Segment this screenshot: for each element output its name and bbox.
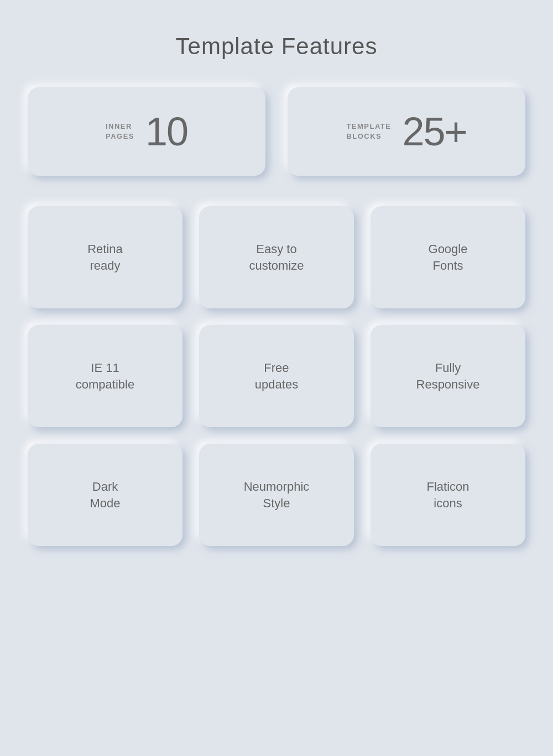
page-wrapper: Template Features INNER PAGES 10 TEMPLAT…	[28, 33, 525, 546]
stat-label-template-blocks: TEMPLATE BLOCKS	[346, 122, 391, 141]
feature-card-free-updates: Freeupdates	[199, 325, 354, 427]
feature-card-dark-mode: DarkMode	[28, 444, 182, 546]
stat-card-template-blocks: TEMPLATE BLOCKS 25+	[288, 87, 525, 176]
feature-card-fully-responsive: FullyResponsive	[371, 325, 525, 427]
feature-label-flaticon-icons: Flaticonicons	[426, 479, 469, 511]
stats-row: INNER PAGES 10 TEMPLATE BLOCKS 25+	[28, 87, 525, 176]
feature-label-free-updates: Freeupdates	[255, 360, 298, 392]
feature-label-fully-responsive: FullyResponsive	[416, 360, 480, 392]
feature-label-google-fonts: GoogleFonts	[429, 241, 468, 274]
feature-card-neumorphic-style: NeumorphicStyle	[199, 444, 354, 546]
stat-label-inner-pages: INNER PAGES	[106, 122, 134, 141]
stat-value-template-blocks: 25+	[402, 112, 466, 151]
feature-label-ie11-compatible: IE 11compatible	[76, 360, 134, 392]
feature-label-easy-to-customize: Easy tocustomize	[249, 241, 304, 274]
feature-label-dark-mode: DarkMode	[90, 479, 120, 511]
feature-card-ie11-compatible: IE 11compatible	[28, 325, 182, 427]
stat-card-inner-pages: INNER PAGES 10	[28, 87, 265, 176]
page-title: Template Features	[176, 33, 378, 60]
feature-card-easy-to-customize: Easy tocustomize	[199, 206, 354, 308]
feature-card-google-fonts: GoogleFonts	[371, 206, 525, 308]
feature-card-retina-ready: Retinaready	[28, 206, 182, 308]
feature-label-neumorphic-style: NeumorphicStyle	[244, 479, 310, 511]
stat-value-inner-pages: 10	[145, 112, 187, 151]
feature-label-retina-ready: Retinaready	[87, 241, 123, 274]
feature-card-flaticon-icons: Flaticonicons	[371, 444, 525, 546]
features-grid: RetinareadyEasy tocustomizeGoogleFontsIE…	[28, 206, 525, 546]
